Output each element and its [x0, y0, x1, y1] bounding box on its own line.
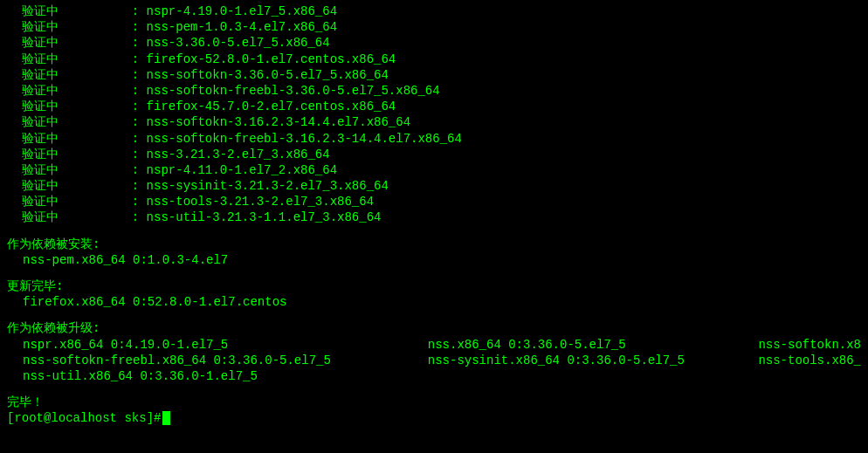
upgrade-row: nss-util.x86_64 0:3.36.0-1.el7_5 [7, 368, 861, 384]
verify-line: 验证中 : nss-tools-3.21.3-2.el7_3.x86_64 [7, 194, 861, 209]
updated-header: 更新完毕: [7, 278, 861, 294]
upgrade-package: nss-sysinit.x86_64 0:3.36.0-5.el7_5 [428, 353, 759, 368]
complete-text: 完毕！ [7, 395, 861, 410]
updated-item: firefox.x86_64 0:52.8.0-1.el7.centos [7, 294, 861, 310]
verify-line: 验证中 : firefox-45.7.0-2.el7.centos.x86_64 [7, 99, 861, 114]
verify-line: 验证中 : nss-softokn-freebl-3.36.0-5.el7_5.… [7, 83, 861, 99]
upgrade-package: nspr.x86_64 0:4.19.0-1.el7_5 [23, 337, 428, 353]
upgrade-package [800, 368, 861, 384]
verify-line: 验证中 : nss-util-3.21.3-1.1.el7_3.x86_64 [7, 209, 861, 225]
upgrade-list: nspr.x86_64 0:4.19.0-1.el7_5nss.x86_64 0… [7, 337, 861, 385]
verify-line: 验证中 : nss-3.36.0-5.el7_5.x86_64 [7, 35, 861, 51]
upgrade-row: nspr.x86_64 0:4.19.0-1.el7_5nss.x86_64 0… [7, 337, 861, 353]
upgrade-package [451, 368, 800, 384]
upgrade-package: nss-softokn.x8 [758, 337, 861, 353]
upgrade-row: nss-softokn-freebl.x86_64 0:3.36.0-5.el7… [7, 353, 861, 368]
verify-line: 验证中 : nss-sysinit-3.21.3-2.el7_3.x86_64 [7, 178, 861, 194]
verify-line: 验证中 : nss-softokn-freebl-3.16.2.3-14.4.e… [7, 131, 861, 147]
shell-prompt-line[interactable]: [root@localhost sks]# [7, 410, 861, 426]
verify-line: 验证中 : nss-softokn-3.16.2.3-14.4.el7.x86_… [7, 114, 861, 130]
dep-upgraded-header: 作为依赖被升级: [7, 320, 861, 336]
upgrade-package: nss-tools.x86_ [758, 353, 861, 368]
verify-line: 验证中 : nss-3.21.3-2.el7_3.x86_64 [7, 147, 861, 162]
verification-list: 验证中 : nspr-4.19.0-1.el7_5.x86_64 验证中 : n… [7, 3, 861, 226]
upgrade-package: nss-softokn-freebl.x86_64 0:3.36.0-5.el7… [23, 353, 428, 368]
upgrade-package: nss.x86_64 0:3.36.0-5.el7_5 [428, 337, 759, 353]
verify-line: 验证中 : nss-softokn-3.36.0-5.el7_5.x86_64 [7, 67, 861, 83]
verify-line: 验证中 : firefox-52.8.0-1.el7.centos.x86_64 [7, 51, 861, 67]
verify-line: 验证中 : nss-pem-1.0.3-4.el7.x86_64 [7, 19, 861, 35]
shell-prompt: [root@localhost sks]# [7, 410, 161, 426]
dep-installed-item: nss-pem.x86_64 0:1.0.3-4.el7 [7, 252, 861, 268]
verify-line: 验证中 : nspr-4.19.0-1.el7_5.x86_64 [7, 3, 861, 19]
cursor-icon [162, 411, 170, 425]
upgrade-package: nss-util.x86_64 0:3.36.0-1.el7_5 [23, 368, 451, 384]
verify-line: 验证中 : nspr-4.11.0-1.el7_2.x86_64 [7, 162, 861, 178]
dep-installed-header: 作为依赖被安装: [7, 237, 861, 252]
